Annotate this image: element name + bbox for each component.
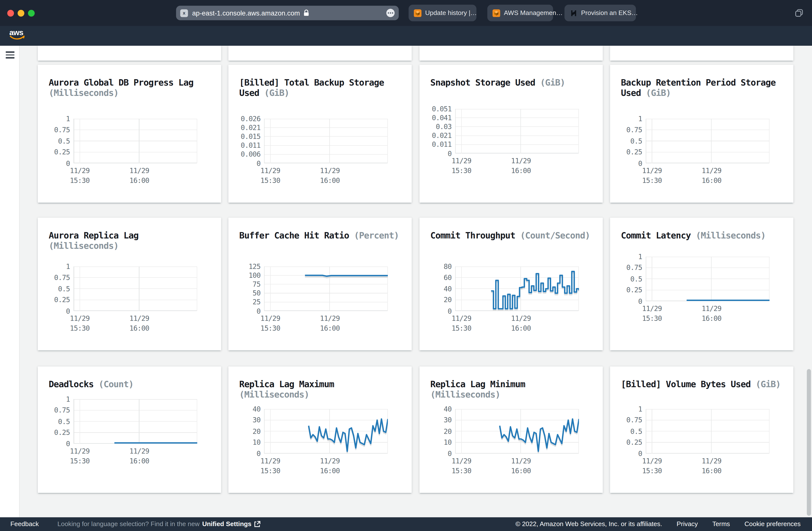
metric-card-aurora-global-db-progress-lag[interactable]: Aurora Global DB Progress Lag (Milliseco… <box>38 65 221 203</box>
y-axis-tick: 20 <box>229 427 261 435</box>
browser-tab-aws-management[interactable]: AWS Managemen… <box>487 5 553 21</box>
y-axis-tick: 0.75 <box>610 264 642 271</box>
x-axis-tick: 11/29 <box>505 315 538 323</box>
more-options-button[interactable] <box>386 9 395 17</box>
cookie-preferences-link[interactable]: Cookie preferences <box>744 520 801 528</box>
y-axis-tick: 0 <box>610 450 642 458</box>
chart-unit: (Milliseconds) <box>49 240 118 251</box>
lock-icon <box>304 9 309 17</box>
metric-card-commit-throughput[interactable]: Commit Throughput (Count/Second)80604020… <box>420 218 603 351</box>
chart-plot-area <box>455 109 579 153</box>
chart-plot-area <box>264 409 388 453</box>
y-axis-tick: 0.021 <box>420 132 452 140</box>
metric-line-shadow <box>491 273 579 310</box>
hashicorp-icon <box>569 9 577 17</box>
vertical-scrollbar[interactable] <box>807 369 811 516</box>
y-axis-tick: 1 <box>38 115 70 123</box>
metric-card-cutoff[interactable] <box>420 46 603 61</box>
chart-title: [Billed] Total Backup Storage Used (GiB) <box>239 77 401 98</box>
x-axis-tick: 16:00 <box>695 315 728 323</box>
y-axis-tick: 0 <box>610 159 642 167</box>
window-minimize-button[interactable] <box>18 10 24 16</box>
y-axis-tick: 10 <box>420 438 452 446</box>
metric-card-backup-retention-period-storage-used[interactable]: Backup Retention Period Storage Used (Gi… <box>610 65 793 203</box>
feedback-link[interactable]: Feedback <box>10 520 39 528</box>
extension-icon: x <box>180 9 188 17</box>
chart-plot-area <box>73 399 197 444</box>
address-bar[interactable]: x ap-east-1.console.aws.amazon.com <box>176 6 399 20</box>
browser-tab-provision-eks[interactable]: Provision an EKS… <box>564 5 636 21</box>
y-axis-tick: 1 <box>610 253 642 261</box>
x-axis-tick: 11/29 <box>314 457 347 465</box>
x-axis-tick: 15:30 <box>445 324 478 332</box>
chart-plot-area <box>455 409 579 453</box>
hamburger-menu-icon[interactable] <box>6 51 14 59</box>
aws-navbar: aws Services [Option+S] <box>0 26 812 45</box>
tab-overview-icon[interactable] <box>794 8 804 18</box>
y-axis-tick: 0.25 <box>610 438 642 446</box>
y-axis-tick: 0.5 <box>38 137 70 145</box>
metric-card-commit-latency[interactable]: Commit Latency (Milliseconds)10.750.50.2… <box>610 218 793 351</box>
x-axis-tick: 15:30 <box>63 177 96 185</box>
chart-unit: (Milliseconds) <box>239 389 309 400</box>
chart-title: Snapshot Storage Used (GiB) <box>430 77 592 87</box>
y-axis-tick: 1 <box>610 115 642 123</box>
privacy-link[interactable]: Privacy <box>677 520 698 528</box>
chart-unit: (GiB) <box>646 87 671 98</box>
y-axis-tick: 0.5 <box>610 137 642 145</box>
x-axis-tick: 11/29 <box>63 315 96 323</box>
y-axis-tick: 0.011 <box>229 142 261 150</box>
metric-card-buffer-cache-hit-ratio[interactable]: Buffer Cache Hit Ratio (Percent)12510075… <box>229 218 412 351</box>
chart-plot <box>646 257 769 301</box>
y-axis-tick: 0.021 <box>229 124 261 131</box>
y-axis-tick: 10 <box>229 438 261 446</box>
x-axis-tick: 11/29 <box>445 157 478 165</box>
y-axis-tick: 0.25 <box>38 148 70 156</box>
chart-plot <box>646 119 769 163</box>
metric-card-billed-volume-bytes-used[interactable]: [Billed] Volume Bytes Used (GiB)10.750.5… <box>610 366 793 493</box>
aws-logo[interactable]: aws <box>9 28 25 41</box>
y-axis-tick: 50 <box>229 289 261 297</box>
console-content: Aurora Global DB Progress Lag (Milliseco… <box>0 46 812 517</box>
y-axis-tick: 1 <box>610 405 642 413</box>
y-axis-tick: 20 <box>420 296 452 304</box>
x-axis-tick: 15:30 <box>445 467 478 475</box>
y-axis-tick: 75 <box>229 280 261 288</box>
x-axis-tick: 11/29 <box>695 167 728 175</box>
x-axis-tick: 16:00 <box>695 467 728 475</box>
chart-plot <box>73 266 197 311</box>
chart-plot <box>455 109 579 153</box>
chart-title: Buffer Cache Hit Ratio (Percent) <box>239 230 401 240</box>
y-axis-tick: 60 <box>420 274 452 281</box>
x-axis-tick: 11/29 <box>63 167 96 175</box>
metric-card-snapshot-storage-used[interactable]: Snapshot Storage Used (GiB)0.0510.0410.0… <box>420 65 603 203</box>
x-axis-tick: 15:30 <box>445 167 478 175</box>
y-axis-tick: 0.75 <box>38 406 70 414</box>
y-axis-tick: 0.25 <box>38 296 70 304</box>
x-axis-tick: 16:00 <box>505 324 538 332</box>
x-axis-tick: 11/29 <box>123 447 156 455</box>
chart-plot-area <box>646 257 769 301</box>
y-axis-tick: 0 <box>420 150 452 157</box>
y-axis-tick: 0.006 <box>229 151 261 158</box>
y-axis-tick: 20 <box>420 427 452 435</box>
chart-plot-area <box>73 266 197 311</box>
metric-card-cutoff[interactable] <box>229 46 412 61</box>
chart-unit: (GiB) <box>756 379 781 389</box>
metric-card-replica-lag-maximum[interactable]: Replica Lag Maximum (Milliseconds)403020… <box>229 366 412 493</box>
metric-card-deadlocks[interactable]: Deadlocks (Count)10.750.50.25011/2915:30… <box>38 366 221 493</box>
metric-card-cutoff[interactable] <box>38 46 221 61</box>
y-axis-tick: 40 <box>420 285 452 293</box>
x-axis-tick: 11/29 <box>254 315 287 323</box>
metric-card-billed-total-backup-storage-used[interactable]: [Billed] Total Backup Storage Used (GiB)… <box>229 65 412 203</box>
chart-unit: (Count/Second) <box>520 230 590 240</box>
window-zoom-button[interactable] <box>28 10 35 16</box>
metric-card-cutoff[interactable] <box>610 46 793 61</box>
browser-tab-update-history[interactable]: Update history |… <box>409 5 477 21</box>
terms-link[interactable]: Terms <box>712 520 730 528</box>
unified-settings-link[interactable]: Unified Settings <box>202 520 260 528</box>
metric-card-aurora-replica-lag[interactable]: Aurora Replica Lag (Milliseconds)10.750.… <box>38 218 221 351</box>
metric-card-replica-lag-minimum[interactable]: Replica Lag Minimum (Milliseconds)403020… <box>420 366 603 493</box>
y-axis-tick: 0.75 <box>38 274 70 281</box>
window-close-button[interactable] <box>8 10 14 16</box>
